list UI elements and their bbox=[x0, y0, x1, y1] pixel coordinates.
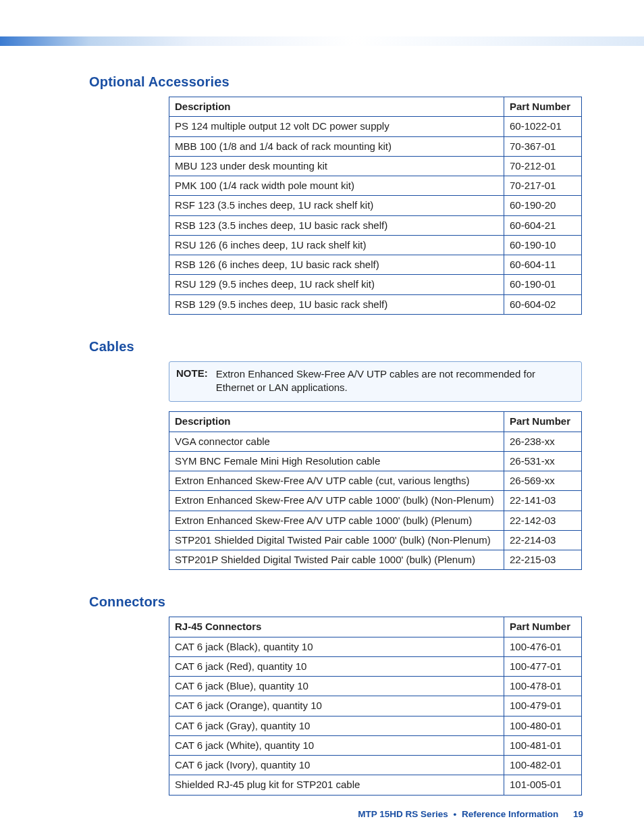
table-cables: Description Part Number VGA connector ca… bbox=[169, 411, 582, 570]
cell-part-number: 60-604-21 bbox=[504, 215, 582, 235]
table-row: MBB 100 (1/8 and 1/4 back of rack mounti… bbox=[169, 136, 582, 156]
table-row: RSU 126 (6 inches deep, 1U rack shelf ki… bbox=[169, 235, 582, 255]
cell-part-number: 70-217-01 bbox=[504, 176, 582, 196]
table-wrap-accessories: Description Part Number PS 124 multiple … bbox=[169, 97, 582, 315]
table-row: RSB 129 (9.5 inches deep, 1U basic rack … bbox=[169, 294, 582, 314]
table-header-row: Description Part Number bbox=[169, 97, 582, 117]
table-header-row: Description Part Number bbox=[169, 412, 582, 432]
cell-description: Extron Enhanced Skew-Free A/V UTP cable … bbox=[169, 491, 504, 511]
table-row: RSB 126 (6 inches deep, 1U basic rack sh… bbox=[169, 255, 582, 275]
cell-part-number: 22-214-03 bbox=[504, 530, 582, 550]
table-row: Shielded RJ-45 plug kit for STP201 cable… bbox=[169, 775, 582, 795]
col-part-number: Part Number bbox=[504, 97, 582, 117]
cell-part-number: 22-142-03 bbox=[504, 511, 582, 530]
table-row: RSB 123 (3.5 inches deep, 1U basic rack … bbox=[169, 215, 582, 235]
cell-description: CAT 6 jack (Orange), quantity 10 bbox=[169, 696, 504, 716]
table-accessories: Description Part Number PS 124 multiple … bbox=[169, 97, 582, 315]
table-row: Extron Enhanced Skew-Free A/V UTP cable … bbox=[169, 511, 582, 530]
footer-page-number: 19 bbox=[573, 809, 583, 819]
cell-part-number: 100-477-01 bbox=[504, 656, 582, 676]
col-description: RJ-45 Connectors bbox=[169, 617, 504, 637]
cell-description: Shielded RJ-45 plug kit for STP201 cable bbox=[169, 775, 504, 795]
footer-series: MTP 15HD RS Series bbox=[358, 809, 448, 819]
content-area: Optional Accessories Description Part Nu… bbox=[89, 74, 582, 820]
table-row: Extron Enhanced Skew-Free A/V UTP cable … bbox=[169, 471, 582, 491]
table-row: RSF 123 (3.5 inches deep, 1U rack shelf … bbox=[169, 196, 582, 215]
table-row: CAT 6 jack (Blue), quantity 10 100-478-0… bbox=[169, 677, 582, 696]
col-part-number: Part Number bbox=[504, 412, 582, 432]
table-row: PMK 100 (1/4 rack width pole mount kit) … bbox=[169, 176, 582, 196]
cell-description: CAT 6 jack (Black), quantity 10 bbox=[169, 637, 504, 656]
heading-cables: Cables bbox=[89, 339, 582, 355]
cell-part-number: 100-478-01 bbox=[504, 677, 582, 696]
cell-part-number: 22-141-03 bbox=[504, 491, 582, 511]
cell-part-number: 70-367-01 bbox=[504, 136, 582, 156]
cell-part-number: 60-604-02 bbox=[504, 294, 582, 314]
cell-description: CAT 6 jack (Ivory), quantity 10 bbox=[169, 756, 504, 775]
col-part-number: Part Number bbox=[504, 617, 582, 637]
table-row: CAT 6 jack (Ivory), quantity 10 100-482-… bbox=[169, 756, 582, 775]
cell-description: Extron Enhanced Skew-Free A/V UTP cable … bbox=[169, 511, 504, 530]
cell-part-number: 60-190-10 bbox=[504, 235, 582, 255]
cell-part-number: 26-238-xx bbox=[504, 432, 582, 451]
table-row: RSU 129 (9.5 inches deep, 1U rack shelf … bbox=[169, 275, 582, 294]
footer-separator: • bbox=[453, 809, 456, 819]
table-row: MBU 123 under desk mounting kit 70-212-0… bbox=[169, 156, 582, 176]
cell-description: RSU 129 (9.5 inches deep, 1U rack shelf … bbox=[169, 275, 504, 294]
table-row: CAT 6 jack (Black), quantity 10 100-476-… bbox=[169, 637, 582, 656]
cell-part-number: 60-1022-01 bbox=[504, 117, 582, 136]
table-row: VGA connector cable 26-238-xx bbox=[169, 432, 582, 451]
cell-description: MBB 100 (1/8 and 1/4 back of rack mounti… bbox=[169, 136, 504, 156]
cell-part-number: 100-481-01 bbox=[504, 735, 582, 755]
cell-part-number: 26-569-xx bbox=[504, 471, 582, 491]
table-wrap-cables: Description Part Number VGA connector ca… bbox=[169, 411, 582, 570]
header-gradient bbox=[0, 36, 644, 46]
note-text: Extron Enhanced Skew-Free A/V UTP cables… bbox=[216, 367, 574, 395]
cell-part-number: 101-005-01 bbox=[504, 775, 582, 795]
cell-part-number: 60-604-11 bbox=[504, 255, 582, 275]
cell-description: RSB 123 (3.5 inches deep, 1U basic rack … bbox=[169, 215, 504, 235]
cell-description: CAT 6 jack (Red), quantity 10 bbox=[169, 656, 504, 676]
table-row: SYM BNC Female Mini High Resolution cabl… bbox=[169, 451, 582, 471]
tbody-accessories: PS 124 multiple output 12 volt DC power … bbox=[169, 117, 582, 315]
cell-description: Extron Enhanced Skew-Free A/V UTP cable … bbox=[169, 471, 504, 491]
cell-description: PMK 100 (1/4 rack width pole mount kit) bbox=[169, 176, 504, 196]
cell-part-number: 100-476-01 bbox=[504, 637, 582, 656]
cell-part-number: 100-479-01 bbox=[504, 696, 582, 716]
cell-description: PS 124 multiple output 12 volt DC power … bbox=[169, 117, 504, 136]
heading-connectors: Connectors bbox=[89, 594, 582, 610]
table-wrap-connectors: RJ-45 Connectors Part Number CAT 6 jack … bbox=[169, 617, 582, 795]
heading-accessories: Optional Accessories bbox=[89, 74, 582, 90]
table-header-row: RJ-45 Connectors Part Number bbox=[169, 617, 582, 637]
col-description: Description bbox=[169, 412, 504, 432]
table-row: CAT 6 jack (Gray), quantity 10 100-480-0… bbox=[169, 716, 582, 735]
table-row: STP201P Shielded Digital Twisted Pair ca… bbox=[169, 550, 582, 570]
tbody-cables: VGA connector cable 26-238-xx SYM BNC Fe… bbox=[169, 432, 582, 570]
table-row: CAT 6 jack (Red), quantity 10 100-477-01 bbox=[169, 656, 582, 676]
cell-description: RSB 129 (9.5 inches deep, 1U basic rack … bbox=[169, 294, 504, 314]
col-description: Description bbox=[169, 97, 504, 117]
table-row: Extron Enhanced Skew-Free A/V UTP cable … bbox=[169, 491, 582, 511]
cell-description: CAT 6 jack (Blue), quantity 10 bbox=[169, 677, 504, 696]
cell-description: SYM BNC Female Mini High Resolution cabl… bbox=[169, 451, 504, 471]
cell-description: RSB 126 (6 inches deep, 1U basic rack sh… bbox=[169, 255, 504, 275]
table-row: CAT 6 jack (White), quantity 10 100-481-… bbox=[169, 735, 582, 755]
cell-part-number: 26-531-xx bbox=[504, 451, 582, 471]
page-footer: MTP 15HD RS Series • Reference Informati… bbox=[358, 809, 583, 819]
cell-description: MBU 123 under desk mounting kit bbox=[169, 156, 504, 176]
cell-part-number: 60-190-01 bbox=[504, 275, 582, 294]
cell-description: VGA connector cable bbox=[169, 432, 504, 451]
table-row: STP201 Shielded Digital Twisted Pair cab… bbox=[169, 530, 582, 550]
cell-description: RSF 123 (3.5 inches deep, 1U rack shelf … bbox=[169, 196, 504, 215]
cell-part-number: 22-215-03 bbox=[504, 550, 582, 570]
cell-part-number: 100-480-01 bbox=[504, 716, 582, 735]
cell-description: CAT 6 jack (White), quantity 10 bbox=[169, 735, 504, 755]
page: Optional Accessories Description Part Nu… bbox=[0, 0, 644, 834]
note-label: NOTE: bbox=[176, 367, 208, 395]
table-row: CAT 6 jack (Orange), quantity 10 100-479… bbox=[169, 696, 582, 716]
cell-part-number: 60-190-20 bbox=[504, 196, 582, 215]
cell-description: CAT 6 jack (Gray), quantity 10 bbox=[169, 716, 504, 735]
cell-description: STP201P Shielded Digital Twisted Pair ca… bbox=[169, 550, 504, 570]
tbody-connectors: CAT 6 jack (Black), quantity 10 100-476-… bbox=[169, 637, 582, 795]
table-connectors: RJ-45 Connectors Part Number CAT 6 jack … bbox=[169, 617, 582, 795]
